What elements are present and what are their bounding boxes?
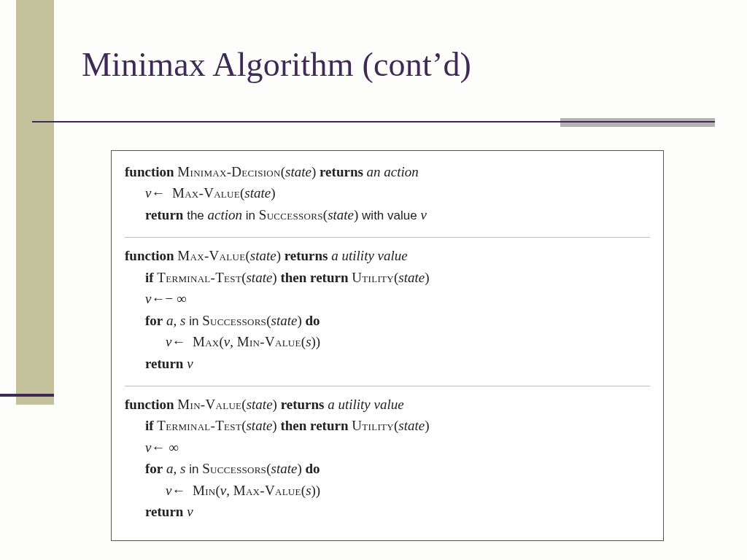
inner-assign-line: v← Min(v, Max-Value(s)) (125, 480, 650, 501)
word-the: the (187, 209, 204, 222)
arg-state: state (271, 461, 297, 476)
function-min-value: function Min-Value(state) returns a util… (125, 391, 650, 530)
call-terminal-test: Terminal-Test (157, 270, 241, 285)
assign-line: v←− ∞ (125, 288, 650, 309)
call-max-value: Max-Value (172, 185, 240, 201)
call-utility: Utility (352, 418, 394, 433)
slide-title: Minimax Algorithm (cont’d) (82, 45, 471, 84)
arrow-icon: ← (151, 291, 165, 306)
kw-do: do (305, 313, 320, 328)
word-in: in (189, 462, 198, 476)
for-line: for a, s in Successors(state) do (125, 458, 650, 479)
kw-do: do (305, 461, 320, 476)
kw-returns: returns (285, 248, 328, 263)
fn-name: Min-Value (177, 397, 241, 412)
word-action: action (208, 207, 243, 222)
word-in: in (246, 209, 255, 222)
call-max: Max (193, 334, 220, 349)
neg-inf: − ∞ (165, 291, 186, 306)
fn-arg: state (247, 397, 273, 412)
kw-then-return: then return (280, 418, 348, 433)
arg-state: state (398, 270, 425, 285)
return-line: return v (125, 353, 650, 374)
fn-name: Minimax-Decision (177, 164, 280, 179)
fn-arg: state (285, 164, 311, 179)
if-line: if Terminal-Test(state) then return Util… (125, 267, 650, 288)
kw-returns: returns (320, 164, 363, 179)
var-s: s (306, 483, 311, 498)
kw-return: return (145, 356, 183, 371)
call-min: Min (193, 483, 216, 498)
if-line: if Terminal-Test(state) then return Util… (125, 415, 650, 436)
kw-if: if (145, 418, 154, 433)
return-line: return the action in Successors(state) w… (125, 204, 650, 225)
divider (125, 386, 650, 386)
comma: , (230, 334, 233, 349)
kw-for: for (145, 313, 163, 328)
arrow-icon: ← (171, 334, 185, 349)
arg-state: state (328, 207, 354, 222)
kw-then-return: then return (280, 270, 348, 285)
title-rule-grey (560, 118, 715, 127)
kw-function: function (125, 248, 174, 263)
call-min-value: Min-Value (237, 334, 301, 349)
divider (125, 237, 650, 238)
arrow-icon: ← (151, 440, 165, 455)
kw-return: return (145, 504, 183, 519)
word-in: in (189, 314, 198, 328)
call-utility: Utility (352, 270, 394, 285)
sig-line: function Minimax-Decision(state) returns… (125, 161, 650, 182)
inner-assign-line: v← Max(v, Min-Value(s)) (125, 331, 650, 352)
var-v: v (220, 483, 226, 498)
call-max-value: Max-Value (233, 483, 301, 498)
inf: ∞ (169, 440, 179, 455)
fn-name: Max-Value (177, 248, 245, 263)
slide: Minimax Algorithm (cont’d) function Mini… (0, 0, 747, 560)
function-max-value: function Max-Value(state) returns a util… (125, 242, 650, 381)
algorithm-box: function Minimax-Decision(state) returns… (111, 150, 664, 541)
sig-line: function Min-Value(state) returns a util… (125, 394, 650, 415)
fn-arg: state (250, 248, 276, 263)
sidebar-decoration (16, 0, 54, 405)
vars-as: a, s (166, 313, 185, 328)
sig-line: function Max-Value(state) returns a util… (125, 245, 650, 266)
arrow-icon: ← (171, 483, 185, 498)
var-v: v (187, 356, 193, 371)
call-successors: Successors (202, 313, 266, 328)
kw-if: if (145, 270, 154, 285)
arg-state: state (246, 270, 272, 285)
comma: , (226, 483, 230, 498)
for-line: for a, s in Successors(state) do (125, 310, 650, 331)
arg-state: state (271, 313, 297, 328)
call-successors: Successors (259, 207, 323, 222)
assign-line: v← Max-Value(state) (125, 182, 650, 203)
assign-line: v← ∞ (125, 437, 650, 458)
arg-state: state (246, 418, 272, 433)
arg-state: state (244, 185, 271, 201)
title-rule (32, 121, 715, 122)
call-successors: Successors (202, 461, 266, 476)
vars-as: a, s (166, 461, 185, 476)
call-terminal-test: Terminal-Test (157, 418, 241, 433)
function-minimax-decision: function Minimax-Decision(state) returns… (125, 158, 650, 233)
return-line: return v (125, 501, 650, 522)
kw-function: function (125, 397, 174, 412)
var-v: v (420, 207, 426, 222)
kw-returns: returns (281, 397, 325, 412)
sidebar-accent (0, 394, 54, 397)
arrow-icon: ← (151, 185, 165, 201)
var-s: s (306, 334, 311, 349)
ret-desc: a utility value (328, 397, 403, 412)
word-with-value: with value (362, 209, 417, 222)
ret-desc: an action (367, 164, 419, 179)
var-v: v (187, 504, 193, 519)
arg-state: state (398, 418, 425, 433)
kw-function: function (125, 164, 174, 179)
kw-return: return (145, 207, 183, 222)
ret-desc: a utility value (331, 248, 407, 263)
kw-for: for (145, 461, 163, 476)
